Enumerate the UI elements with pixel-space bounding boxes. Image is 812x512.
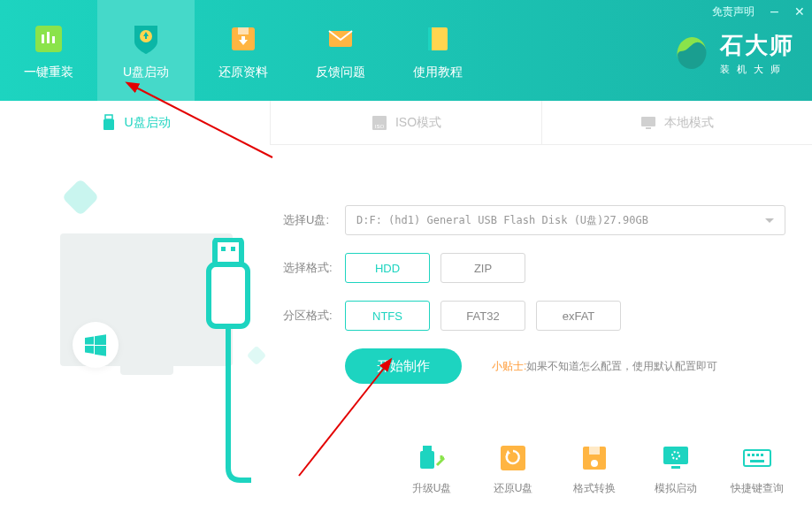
disclaimer-link[interactable]: 免责声明 xyxy=(712,4,755,19)
start-button[interactable]: 开始制作 xyxy=(345,348,462,384)
svg-rect-28 xyxy=(671,466,680,469)
svg-rect-32 xyxy=(756,454,759,456)
reinstall-icon xyxy=(30,20,67,57)
monitor-icon xyxy=(640,114,657,132)
usb-upgrade-icon xyxy=(416,442,448,474)
close-button[interactable]: ✕ xyxy=(794,4,805,19)
partition-opt-exfat[interactable]: exFAT xyxy=(536,301,621,331)
brand-title: 石大师 xyxy=(720,30,794,61)
svg-rect-17 xyxy=(221,247,226,251)
decor-bubble xyxy=(62,179,99,216)
app-header: 免责声明 – ✕ 一键重装 U盘启动 还原资料 反馈问题 xyxy=(0,0,812,101)
nav-feedback[interactable]: 反馈问题 xyxy=(292,0,389,101)
tab-usb-boot[interactable]: U盘启动 xyxy=(0,101,270,145)
tip-label: 小贴士: xyxy=(492,360,526,372)
tool-format-convert[interactable]: 格式转换 xyxy=(566,442,623,496)
tool-label: 快捷键查询 xyxy=(731,481,784,496)
nav-label: U盘启动 xyxy=(123,65,169,80)
brand-subtitle: 装机大师 xyxy=(720,63,794,76)
tool-restore-usb[interactable]: 还原U盘 xyxy=(485,442,541,496)
partition-opt-ntfs[interactable]: NTFS xyxy=(345,301,430,331)
nav-usb-boot[interactable]: U盘启动 xyxy=(97,0,195,101)
partition-opt-fat32[interactable]: FAT32 xyxy=(440,301,525,331)
svg-rect-14 xyxy=(641,117,655,126)
svg-rect-15 xyxy=(646,127,651,129)
tab-iso-mode[interactable]: ISO ISO模式 xyxy=(270,101,540,145)
usb-shield-icon xyxy=(127,20,165,57)
simulate-icon xyxy=(660,442,692,474)
nav-label: 使用教程 xyxy=(413,65,463,80)
tab-local-mode[interactable]: 本地模式 xyxy=(541,101,812,145)
content-area: 选择U盘: D:F: (hd1) General USB Flash Disk … xyxy=(0,145,812,512)
svg-rect-10 xyxy=(105,115,112,119)
nav-label: 一键重装 xyxy=(24,65,73,80)
format-opt-hdd[interactable]: HDD xyxy=(345,253,430,283)
disk-select[interactable]: D:F: (hd1) General USB Flash Disk (U盘)27… xyxy=(345,205,785,235)
mode-tabs: U盘启动 ISO ISO模式 本地模式 xyxy=(0,101,812,145)
nav-label: 还原资料 xyxy=(218,65,268,80)
svg-rect-31 xyxy=(752,454,755,456)
nav-label: 反馈问题 xyxy=(316,65,365,80)
svg-rect-9 xyxy=(428,27,432,50)
tab-label: ISO模式 xyxy=(395,115,441,131)
svg-rect-34 xyxy=(750,460,764,462)
svg-rect-30 xyxy=(747,454,750,456)
disk-label: 选择U盘: xyxy=(283,212,345,228)
tool-hotkey-query[interactable]: 快捷键查询 xyxy=(729,442,785,496)
svg-rect-16 xyxy=(215,240,241,264)
usb-icon xyxy=(100,114,118,132)
bottom-toolbar: 升级U盘 还原U盘 格式转换 模拟启动 xyxy=(403,442,785,496)
svg-rect-29 xyxy=(744,450,770,466)
windows-icon xyxy=(73,322,119,368)
titlebar: 免责声明 – ✕ xyxy=(712,4,805,19)
svg-rect-3 xyxy=(52,36,55,43)
tool-upgrade-usb[interactable]: 升级U盘 xyxy=(403,442,460,496)
form-panel: 选择U盘: D:F: (hd1) General USB Flash Disk … xyxy=(274,145,812,512)
format-opt-zip[interactable]: ZIP xyxy=(440,253,525,283)
tool-label: 格式转换 xyxy=(573,481,616,496)
svg-rect-19 xyxy=(209,264,248,326)
svg-rect-22 xyxy=(501,446,525,470)
svg-rect-2 xyxy=(47,32,50,43)
svg-rect-33 xyxy=(761,454,763,456)
tutorial-icon xyxy=(419,20,456,57)
tool-label: 模拟启动 xyxy=(655,481,697,496)
iso-icon: ISO xyxy=(371,114,388,132)
svg-rect-6 xyxy=(238,27,249,34)
tool-simulate-boot[interactable]: 模拟启动 xyxy=(647,442,704,496)
keyboard-icon xyxy=(741,442,773,474)
svg-rect-11 xyxy=(103,119,114,130)
svg-point-25 xyxy=(591,460,598,467)
disk-icon xyxy=(578,442,610,474)
svg-rect-18 xyxy=(231,247,235,251)
tip-text: 小贴士:如果不知道怎么配置，使用默认配置即可 xyxy=(492,359,717,374)
svg-rect-24 xyxy=(589,447,600,455)
feedback-icon xyxy=(322,20,359,57)
brand-logo-icon xyxy=(672,34,711,73)
restore-icon xyxy=(225,20,262,57)
nav-reinstall[interactable]: 一键重装 xyxy=(0,0,97,101)
svg-rect-1 xyxy=(42,34,44,43)
tool-label: 升级U盘 xyxy=(412,481,452,496)
svg-rect-21 xyxy=(420,451,434,469)
minimize-button[interactable]: – xyxy=(770,4,778,19)
format-label: 选择格式: xyxy=(283,260,345,276)
usb-illustration xyxy=(205,238,251,489)
illustration xyxy=(0,145,274,512)
brand: 石大师 装机大师 xyxy=(672,30,794,76)
main-nav: 一键重装 U盘启动 还原资料 反馈问题 使用教程 xyxy=(0,0,486,101)
tab-label: U盘启动 xyxy=(125,115,171,131)
usb-restore-icon xyxy=(497,442,529,474)
partition-label: 分区格式: xyxy=(283,308,345,324)
nav-tutorial[interactable]: 使用教程 xyxy=(389,0,486,101)
tab-label: 本地模式 xyxy=(664,115,714,131)
svg-text:ISO: ISO xyxy=(375,124,385,129)
disk-value: D:F: (hd1) General USB Flash Disk (U盘)27… xyxy=(356,213,648,228)
nav-restore[interactable]: 还原资料 xyxy=(195,0,292,101)
svg-rect-26 xyxy=(663,447,688,464)
svg-rect-20 xyxy=(423,446,432,451)
tool-label: 还原U盘 xyxy=(494,481,533,496)
